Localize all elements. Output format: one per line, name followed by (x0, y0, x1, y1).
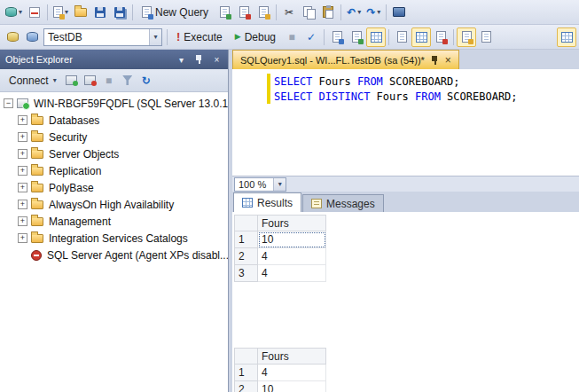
zoom-caret-icon[interactable]: ▾ (273, 178, 286, 191)
estimated-plan-button[interactable] (327, 27, 347, 47)
collapse-icon[interactable]: − (4, 98, 13, 108)
column-header[interactable]: Fours (258, 349, 326, 365)
tree-item-alwayson[interactable]: + AlwaysOn High Availability (0, 196, 228, 213)
new-connection-button[interactable]: ▾ (3, 3, 25, 22)
sql-editor[interactable]: SELECT Fours FROM SCOREBOARD; SELECT DIS… (232, 69, 579, 176)
dropdown-caret-icon: ▾ (53, 77, 57, 84)
toolbar-separator (453, 29, 454, 45)
row-header[interactable]: 3 (235, 265, 258, 282)
tree-item-server[interactable]: − WIN-RBGF59FQDFL (SQL Server 13.0.16 (0, 95, 228, 112)
tree-item-server-objects[interactable]: + Server Objects (0, 145, 228, 162)
expand-icon[interactable]: + (18, 132, 27, 142)
toolbar-separator (276, 4, 277, 20)
sql-text: SCOREBOARD; (383, 75, 460, 88)
tree-item-label: Databases (49, 114, 99, 127)
row-header[interactable]: 1 (235, 365, 258, 381)
tree-item-management[interactable]: + Management (0, 213, 228, 230)
results-to-grid-icon (416, 32, 427, 43)
comment-button[interactable] (457, 27, 476, 47)
grid-row: 1 10 (235, 231, 326, 248)
filter-button[interactable] (119, 72, 137, 90)
debug-button[interactable]: ▶ Debug (229, 27, 282, 47)
expand-icon[interactable]: + (18, 149, 27, 159)
activity-monitor-button[interactable] (25, 3, 44, 22)
connect-button[interactable]: Connect ▾ (4, 71, 62, 90)
row-header[interactable]: 2 (235, 248, 258, 265)
close-panel-icon[interactable]: × (211, 55, 223, 65)
stop-button[interactable]: ■ (282, 27, 301, 47)
tab-messages[interactable]: Messages (302, 194, 384, 212)
change-connection-icon (7, 32, 19, 42)
execute-button[interactable]: ! Execute (170, 27, 229, 47)
tab-results[interactable]: Results (233, 192, 301, 212)
combo-caret-icon[interactable]: ▾ (149, 29, 161, 45)
toolbar-options-button[interactable] (557, 27, 576, 47)
tree-item-integration-services[interactable]: + Integration Services Catalogs (0, 230, 228, 247)
refresh-button[interactable]: ↻ (137, 72, 155, 90)
include-actual-plan-button[interactable] (366, 27, 386, 47)
sql-keyword: SELECT (274, 75, 312, 88)
tree-item-polybase[interactable]: + PolyBase (0, 179, 228, 196)
open-file-button[interactable] (71, 3, 90, 22)
expand-icon[interactable]: + (18, 233, 27, 243)
grid-cell[interactable]: 4 (258, 365, 326, 381)
grid-cell[interactable]: 10 (258, 231, 326, 248)
stop-object-button[interactable]: ■ (100, 72, 118, 90)
toolbar-options-icon (561, 32, 573, 43)
select-all-corner[interactable] (235, 349, 258, 365)
available-databases-button[interactable] (22, 27, 42, 47)
database-combo[interactable]: TestDB ▾ (43, 28, 162, 46)
select-all-corner[interactable] (235, 216, 258, 231)
tab-pin-icon[interactable] (431, 55, 439, 66)
grid-cell[interactable]: 10 (258, 381, 326, 392)
sql-keyword: FROM (357, 75, 383, 88)
server-icon (17, 98, 28, 108)
auto-hide-pin-icon[interactable] (193, 54, 205, 65)
save-all-button[interactable] (110, 3, 129, 22)
results-to-text-button[interactable] (392, 27, 411, 47)
tab-close-icon[interactable]: × (445, 55, 451, 66)
expand-icon[interactable]: + (18, 216, 27, 226)
query-options-button[interactable] (347, 27, 366, 47)
new-item-button[interactable]: ▾ (51, 3, 71, 22)
expand-icon[interactable]: + (18, 115, 27, 125)
save-button[interactable] (90, 3, 110, 22)
results-grid-icon (242, 198, 253, 208)
expand-icon[interactable]: + (18, 200, 27, 209)
redo-button[interactable]: ↷ ▾ (364, 3, 383, 22)
row-header[interactable]: 1 (235, 231, 258, 248)
grid-cell[interactable]: 4 (258, 248, 326, 265)
zoom-combo[interactable]: 100 % ▾ (234, 177, 286, 192)
window-menu-caret-icon[interactable]: ▾ (176, 55, 187, 65)
new-query-icon (142, 6, 152, 18)
tree-item-security[interactable]: + Security (0, 129, 228, 145)
tree-item-databases[interactable]: + Databases (0, 112, 228, 129)
row-header[interactable]: 2 (235, 381, 258, 392)
analysis-query-button[interactable] (234, 3, 254, 22)
change-connection-button[interactable] (3, 27, 22, 47)
tree-item-replication[interactable]: + Replication (0, 162, 228, 179)
paste-button[interactable] (318, 3, 338, 22)
registered-servers-button[interactable] (389, 3, 409, 22)
results-to-file-button[interactable] (431, 27, 450, 47)
grid-cell[interactable]: 4 (258, 265, 326, 282)
new-query-button[interactable]: New Query (136, 3, 215, 22)
disconnect-object-button[interactable] (82, 72, 99, 90)
script-button[interactable] (254, 3, 273, 22)
toolbar-separator (386, 4, 387, 20)
expand-icon[interactable]: + (18, 166, 27, 176)
cut-button[interactable]: ✂ (279, 3, 299, 22)
column-header[interactable]: Fours (258, 216, 326, 231)
undo-button[interactable]: ↶ ▾ (344, 3, 364, 22)
connect-object-button[interactable] (63, 72, 81, 90)
expand-icon[interactable]: + (18, 183, 27, 192)
parse-button[interactable]: ✓ (301, 27, 321, 47)
tree-item-sql-server-agent[interactable]: SQL Server Agent (Agent XPs disabl... (0, 247, 228, 263)
copy-button[interactable] (299, 3, 318, 22)
save-icon (95, 7, 106, 18)
document-tab[interactable]: SQLQuery1.sql - WI...FL.TestDB (sa (54))… (232, 50, 459, 69)
results-to-grid-button[interactable] (411, 27, 431, 47)
toolbar-separator (340, 4, 341, 20)
indent-button[interactable] (476, 27, 496, 47)
database-engine-query-button[interactable] (215, 3, 234, 22)
